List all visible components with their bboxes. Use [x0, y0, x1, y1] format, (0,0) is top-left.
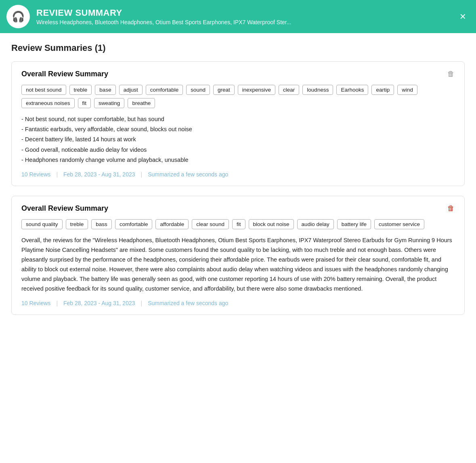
tag[interactable]: battery life	[337, 219, 371, 229]
tag[interactable]: inexpensive	[238, 85, 275, 95]
card-2-footer: 10 Reviews | Feb 28, 2023 - Aug 31, 2023…	[21, 300, 455, 306]
bullet-item: - Headphones randomly change volume and …	[21, 155, 455, 165]
separator-2b: |	[141, 300, 143, 306]
header-logo: 🎧	[6, 5, 30, 28]
tag[interactable]: sound quality	[21, 219, 63, 229]
card-2-reviews-count: 10 Reviews	[21, 300, 50, 306]
tag[interactable]: audio delay	[297, 219, 334, 229]
tag[interactable]: loudness	[302, 85, 333, 95]
card-1-tags: not best soundtreblebaseadjustcomfortabl…	[21, 85, 455, 108]
card-2-paragraph: Overall, the reviews for the "Wireless H…	[21, 236, 455, 294]
bullet-item: - Not best sound, not super comfortable,…	[21, 115, 455, 124]
bullet-item: - Fantastic earbuds, very affordable, cl…	[21, 125, 455, 134]
tag[interactable]: bass	[91, 219, 112, 229]
tag[interactable]: fit	[78, 98, 91, 108]
headphones-icon: 🎧	[12, 10, 25, 23]
card-1-summarized: Summarized a few seconds ago	[148, 171, 228, 178]
tag[interactable]: not best sound	[21, 85, 66, 95]
card-2-header: Overall Review Summary 🗑	[21, 204, 455, 213]
card-2-title: Overall Review Summary	[21, 204, 108, 213]
tag[interactable]: base	[95, 85, 115, 95]
tag[interactable]: comfortable	[146, 85, 183, 95]
tag[interactable]: Earhooks	[336, 85, 368, 95]
card-1-title: Overall Review Summary	[21, 70, 108, 78]
separator-1a: |	[56, 171, 58, 178]
header-subtitle: Wireless Headphones, Bluetooth Headphone…	[36, 19, 456, 25]
bullet-item: - Decent battery life, lasted 14 hours a…	[21, 135, 455, 144]
bullet-item: - Good overall, noticeable audio delay f…	[21, 145, 455, 155]
page-title: Review Summaries (1)	[11, 43, 465, 53]
card-1-bullets: - Not best sound, not super comfortable,…	[21, 115, 455, 165]
card-1-header: Overall Review Summary 🗑	[21, 70, 455, 78]
tag[interactable]: treble	[66, 219, 88, 229]
separator-2a: |	[56, 300, 58, 306]
tag[interactable]: block out noise	[249, 219, 294, 229]
tag[interactable]: clear sound	[192, 219, 229, 229]
main-content: Review Summaries (1) Overall Review Summ…	[0, 33, 476, 463]
tag[interactable]: sweating	[94, 98, 124, 108]
separator-1b: |	[141, 171, 143, 178]
tag[interactable]: clear	[279, 85, 299, 95]
summary-card-2: Overall Review Summary 🗑 sound qualitytr…	[11, 196, 465, 315]
tag[interactable]: affordable	[155, 219, 189, 229]
card-1-date-range: Feb 28, 2023 - Aug 31, 2023	[63, 171, 135, 178]
tag[interactable]: treble	[69, 85, 92, 95]
card-2-date-range: Feb 28, 2023 - Aug 31, 2023	[63, 300, 135, 306]
close-button[interactable]: ✕	[456, 10, 470, 23]
app-header: 🎧 REVIEW SUMMARY Wireless Headphones, Bl…	[0, 0, 476, 33]
tag[interactable]: eartip	[371, 85, 394, 95]
delete-button-1[interactable]: 🗑	[447, 70, 455, 78]
header-text: REVIEW SUMMARY Wireless Headphones, Blue…	[36, 8, 456, 25]
tag[interactable]: breathe	[128, 98, 155, 108]
card-2-tags: sound qualitytreblebasscomfortableafford…	[21, 219, 455, 229]
tag[interactable]: fit	[232, 219, 245, 229]
tag[interactable]: adjust	[119, 85, 143, 95]
tag[interactable]: wind	[397, 85, 417, 95]
tag[interactable]: extraneous noises	[21, 98, 75, 108]
tag[interactable]: comfortable	[115, 219, 153, 229]
summary-card-1: Overall Review Summary 🗑 not best soundt…	[11, 61, 465, 186]
card-1-reviews-count: 10 Reviews	[21, 171, 50, 178]
card-1-footer: 10 Reviews | Feb 28, 2023 - Aug 31, 2023…	[21, 171, 455, 178]
card-2-summarized: Summarized a few seconds ago	[148, 300, 228, 306]
delete-button-2[interactable]: 🗑	[447, 204, 455, 213]
tag[interactable]: great	[213, 85, 235, 95]
tag[interactable]: sound	[186, 85, 210, 95]
tag[interactable]: customer service	[374, 219, 424, 229]
header-title: REVIEW SUMMARY	[36, 8, 456, 18]
